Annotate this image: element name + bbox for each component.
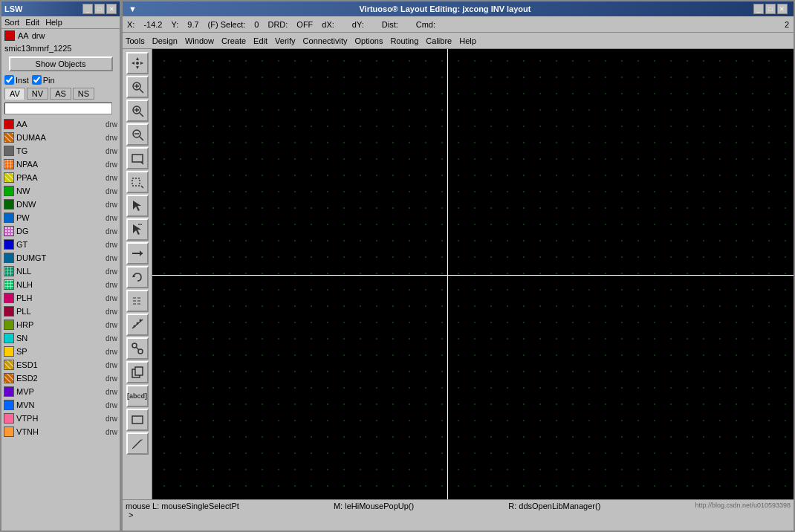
rect-btn[interactable] xyxy=(126,409,149,431)
layer-item[interactable]: MVNdrw xyxy=(1,398,120,412)
layer-item[interactable]: DUMGTdrw xyxy=(1,251,120,265)
layer-item[interactable]: DUMAAdrw xyxy=(1,131,120,144)
pin-checkbox[interactable] xyxy=(32,75,42,85)
layer-tag: drw xyxy=(97,334,117,343)
pin-checkbox-label[interactable]: Pin xyxy=(32,75,55,85)
layer-name: VTPH xyxy=(16,414,94,423)
main-close-btn[interactable]: ✕ xyxy=(777,4,788,14)
layer-item[interactable]: ESD2drw xyxy=(1,372,120,385)
layer-swatch xyxy=(4,239,14,250)
zoom-in-btn[interactable] xyxy=(126,100,149,122)
layer-item[interactable]: SPdrw xyxy=(1,345,120,358)
layer-item[interactable]: PLLdrw xyxy=(1,305,120,318)
snap-btn[interactable] xyxy=(126,337,149,360)
menu-options[interactable]: Options xyxy=(355,36,383,45)
cursor-btn[interactable] xyxy=(126,195,149,217)
layer-name: ESD2 xyxy=(16,374,94,383)
tab-av[interactable]: AV xyxy=(4,88,25,100)
y-label: Y: xyxy=(171,20,178,29)
layer-item[interactable]: PLHdrw xyxy=(1,291,120,305)
copy-btn[interactable] xyxy=(126,361,149,383)
layer-search-input[interactable] xyxy=(4,103,112,114)
inst-checkbox[interactable] xyxy=(4,75,14,85)
layer-item[interactable]: NLHdrw xyxy=(1,278,120,291)
cmd-label: Cmd: xyxy=(416,20,435,29)
layer-tag: drw xyxy=(97,374,117,383)
tool-area: [abcd] xyxy=(123,49,794,501)
layer-item[interactable]: NPAAdrw xyxy=(1,158,120,171)
svg-point-33 xyxy=(133,325,135,328)
layer-item[interactable]: MVPdrw xyxy=(1,385,120,398)
zoom-out-btn[interactable] xyxy=(126,123,149,146)
tab-nv[interactable]: NV xyxy=(27,88,48,100)
layer-item[interactable]: DGdrw xyxy=(1,224,120,238)
menu-help[interactable]: Help xyxy=(459,36,476,45)
menu-connectivity[interactable]: Connectivity xyxy=(303,36,348,45)
main-minimize-btn[interactable]: _ xyxy=(753,4,764,14)
layer-tag: drw xyxy=(97,308,117,316)
layer-name: NLH xyxy=(16,280,94,289)
menu-tools[interactable]: Tools xyxy=(126,36,145,45)
lsw-menubar: Sort Edit Help xyxy=(1,16,120,29)
layer-item[interactable]: VTNHdrw xyxy=(1,425,120,438)
lsw-maximize-btn[interactable]: □ xyxy=(94,4,105,14)
svg-marker-20 xyxy=(133,201,141,211)
layer-item[interactable]: SNdrw xyxy=(1,331,120,345)
inst-checkbox-label[interactable]: Inst xyxy=(4,75,29,85)
layer-item[interactable]: PPAAdrw xyxy=(1,171,120,184)
layer-item[interactable]: AAdrw xyxy=(1,117,120,131)
virtuoso-credit: http://blog.csdn.net/u010593398 xyxy=(695,502,791,510)
menu-edit[interactable]: Edit xyxy=(253,36,267,45)
layer-name: PPAA xyxy=(16,173,94,182)
pencil-btn[interactable] xyxy=(126,432,149,455)
lsw-menu-edit[interactable]: Edit xyxy=(25,18,39,27)
settings-btn[interactable] xyxy=(126,290,149,312)
layer-item[interactable]: PWdrw xyxy=(1,211,120,224)
layer-tag: drw xyxy=(97,415,117,423)
undo-btn[interactable] xyxy=(126,266,149,288)
menu-design[interactable]: Design xyxy=(152,36,178,45)
x-value: -14.2 xyxy=(143,20,162,29)
layer-item[interactable]: GTdrw xyxy=(1,238,120,251)
current-layer-tag: drw xyxy=(32,31,45,40)
layer-item[interactable]: DNWdrw xyxy=(1,198,120,211)
menu-create[interactable]: Create xyxy=(221,36,246,45)
layer-tag: drw xyxy=(97,120,117,129)
main-maximize-btn[interactable]: □ xyxy=(765,4,776,14)
tab-as[interactable]: AS xyxy=(50,88,71,100)
menu-verify[interactable]: Verify xyxy=(275,36,296,45)
layer-type-row: Inst Pin xyxy=(1,74,120,86)
show-objects-button[interactable]: Show Objects xyxy=(9,56,113,71)
lsw-menu-help[interactable]: Help xyxy=(45,18,62,27)
y-value: 9.7 xyxy=(187,20,198,29)
lsw-minimize-btn[interactable]: _ xyxy=(82,4,93,14)
ruler-btn[interactable] xyxy=(126,314,149,336)
select-partial-btn[interactable] xyxy=(126,171,149,193)
layer-name: DNW xyxy=(16,200,94,209)
layer-item[interactable]: TGdrw xyxy=(1,144,120,158)
layer-swatch xyxy=(4,333,14,343)
canvas-area[interactable] xyxy=(152,49,794,501)
menu-calibre[interactable]: Calibre xyxy=(426,36,452,45)
layer-name: NPAA xyxy=(16,160,94,169)
partial-select-btn[interactable] xyxy=(126,218,149,241)
label-btn[interactable]: [abcd] xyxy=(126,385,149,407)
lsw-close-btn[interactable]: ✕ xyxy=(106,4,117,14)
layer-tag: drw xyxy=(97,241,117,249)
layer-item[interactable]: ESD1drw xyxy=(1,358,120,372)
layer-item[interactable]: NLLdrw xyxy=(1,265,120,278)
layer-swatch xyxy=(4,360,14,370)
layer-item[interactable]: NWdrw xyxy=(1,184,120,198)
add-wire-btn[interactable] xyxy=(126,242,149,265)
menu-routing[interactable]: Routing xyxy=(390,36,418,45)
tab-ns[interactable]: NS xyxy=(73,88,94,100)
select-rect-btn[interactable] xyxy=(126,147,149,169)
lsw-menu-sort[interactable]: Sort xyxy=(4,18,19,27)
pan-tool-btn[interactable] xyxy=(126,52,149,74)
layer-item[interactable]: VTPHdrw xyxy=(1,412,120,425)
menu-window[interactable]: Window xyxy=(185,36,214,45)
dx-label: dX: xyxy=(322,20,334,29)
zoom-fit-btn[interactable] xyxy=(126,76,149,98)
layer-swatch xyxy=(4,199,14,210)
layer-item[interactable]: HRPdrw xyxy=(1,318,120,331)
